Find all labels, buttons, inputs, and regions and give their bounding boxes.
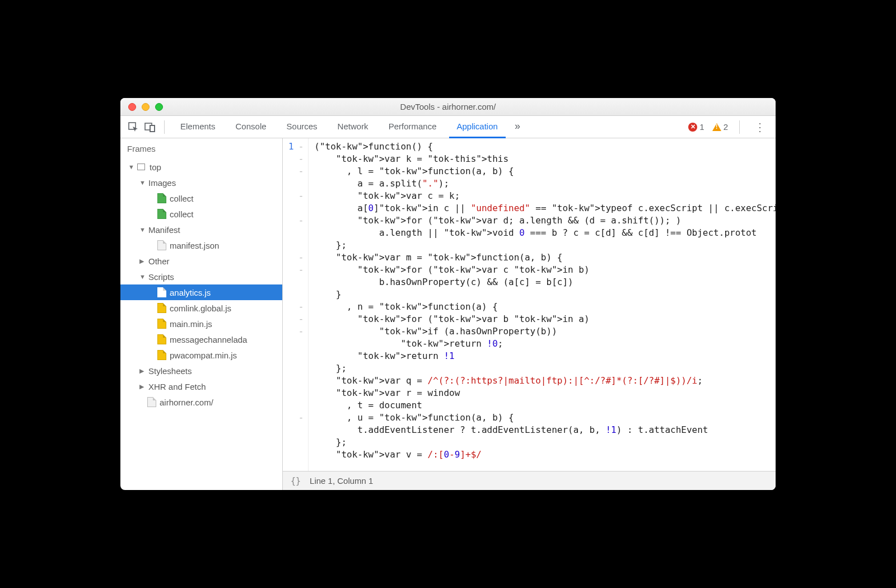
chevron-right-icon: ▶ xyxy=(139,383,145,390)
tree-file[interactable]: messagechannelada xyxy=(120,332,282,347)
toolbar-divider xyxy=(164,120,165,134)
more-tabs-button[interactable]: » xyxy=(510,116,525,138)
tree-file-analytics-js[interactable]: analytics.js xyxy=(120,284,282,300)
tree-folder-scripts[interactable]: ▼ Scripts xyxy=(120,269,282,284)
file-icon xyxy=(157,209,166,219)
tree-label: messagechannelada xyxy=(170,335,247,344)
tree-label: XHR and Fetch xyxy=(148,382,206,391)
tree-label: comlink.global.js xyxy=(170,304,231,313)
tree-label: Scripts xyxy=(148,272,174,282)
warnings-count: 2 xyxy=(724,122,728,132)
tree-frame-top[interactable]: ▼ top xyxy=(120,159,282,175)
device-toggle-icon[interactable] xyxy=(144,121,156,133)
errors-indicator[interactable]: ✕ 1 xyxy=(688,122,704,132)
file-icon xyxy=(157,193,166,203)
chevron-down-icon: ▼ xyxy=(128,164,134,170)
tree-label: collect xyxy=(170,194,194,203)
tab-console[interactable]: Console xyxy=(228,116,274,138)
tree-label: pwacompat.min.js xyxy=(170,351,237,360)
tree-file[interactable]: comlink.global.js xyxy=(120,300,282,316)
tree-label: Other xyxy=(148,256,170,266)
code-fold-gutter[interactable]: --- - - -- --- - xyxy=(297,138,309,471)
tree-label: airhorner.com/ xyxy=(160,398,213,407)
frame-icon xyxy=(137,164,145,170)
chevron-down-icon: ▼ xyxy=(139,179,145,186)
code-content[interactable]: ("tok-kw">function() { "tok-kw">var k = … xyxy=(309,138,776,471)
tree-label: analytics.js xyxy=(170,288,211,297)
titlebar: DevTools - airhorner.com/ xyxy=(120,98,776,116)
tree-file[interactable]: pwacompat.min.js xyxy=(120,347,282,363)
devtools-toolbar: Elements Console Sources Network Perform… xyxy=(120,116,776,138)
frames-sidebar: Frames ▼ top ▼ Images collect colle xyxy=(120,138,283,490)
file-icon xyxy=(157,319,166,329)
file-icon xyxy=(157,240,166,250)
file-icon xyxy=(157,334,166,344)
chevron-right-icon: ▶ xyxy=(139,367,145,375)
tree-label: Images xyxy=(148,178,176,188)
warning-icon xyxy=(712,123,721,131)
tree-label: main.min.js xyxy=(170,319,212,329)
tab-elements[interactable]: Elements xyxy=(172,116,223,138)
tree-label: manifest.json xyxy=(170,241,219,250)
tab-application[interactable]: Application xyxy=(449,116,506,138)
tree-file[interactable]: collect xyxy=(120,190,282,206)
chevron-down-icon: ▼ xyxy=(139,273,145,280)
pretty-print-button[interactable]: {} xyxy=(291,476,301,486)
tree-file-root[interactable]: airhorner.com/ xyxy=(120,394,282,410)
file-icon xyxy=(157,303,166,313)
tree-label: top xyxy=(150,162,161,172)
tree-label: Manifest xyxy=(148,225,180,235)
settings-menu-button[interactable]: ⋮ xyxy=(751,120,769,134)
tree-file[interactable]: collect xyxy=(120,206,282,222)
tree-label: collect xyxy=(170,209,194,219)
editor-statusbar: {} Line 1, Column 1 xyxy=(283,471,776,490)
devtools-window: DevTools - airhorner.com/ Elements Conso… xyxy=(120,98,776,490)
tab-network[interactable]: Network xyxy=(330,116,376,138)
toolbar-divider xyxy=(739,120,740,134)
chevron-right-icon: ▶ xyxy=(139,258,145,265)
tree-folder-other[interactable]: ▶ Other xyxy=(120,253,282,269)
inspect-element-icon[interactable] xyxy=(127,121,139,133)
tree-folder-manifest[interactable]: ▼ Manifest xyxy=(120,222,282,237)
errors-count: 1 xyxy=(699,122,704,132)
tab-performance[interactable]: Performance xyxy=(381,116,445,138)
line-number-gutter[interactable]: 1 xyxy=(283,138,297,471)
file-icon xyxy=(157,350,166,360)
tree-folder-images[interactable]: ▼ Images xyxy=(120,175,282,190)
source-editor: 1 --- - - -- --- - ("tok-kw">function() … xyxy=(283,138,776,490)
error-icon: ✕ xyxy=(688,123,697,132)
tab-sources[interactable]: Sources xyxy=(279,116,325,138)
cursor-position: Line 1, Column 1 xyxy=(310,476,373,486)
window-title: DevTools - airhorner.com/ xyxy=(120,102,776,111)
svg-rect-2 xyxy=(150,125,155,132)
tree-folder-stylesheets[interactable]: ▶ Stylesheets xyxy=(120,363,282,379)
chevron-down-icon: ▼ xyxy=(139,226,145,233)
file-icon xyxy=(157,287,166,297)
tree-folder-xhr[interactable]: ▶ XHR and Fetch xyxy=(120,379,282,394)
tree-file[interactable]: manifest.json xyxy=(120,237,282,253)
file-icon xyxy=(147,397,156,407)
tree-label: Stylesheets xyxy=(148,366,192,376)
frames-tree[interactable]: ▼ top ▼ Images collect collect ▼ xyxy=(120,159,282,490)
warnings-indicator[interactable]: 2 xyxy=(712,122,728,132)
tree-file[interactable]: main.min.js xyxy=(120,316,282,332)
sidebar-header: Frames xyxy=(120,138,282,159)
